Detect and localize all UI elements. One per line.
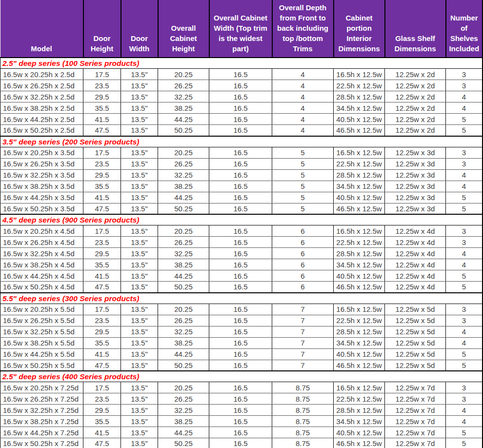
- overall-cabinet-height-cell: 20.25: [158, 69, 209, 80]
- overall-cabinet-width-cell: 16.5: [209, 348, 272, 360]
- table-row: 16.5w x 44.25h x 4.5d41.513.5"44.2516.56…: [0, 270, 483, 282]
- door-height-cell: 47.5: [83, 360, 121, 371]
- door-height-cell: 17.5: [83, 225, 121, 237]
- overall-cabinet-width-cell: 16.5: [209, 192, 272, 203]
- door-height-cell: 23.5: [83, 393, 121, 405]
- table-row: 16.5w x 38.25h x 5.5d35.513.5"38.2516.57…: [0, 337, 483, 348]
- table-row: 16.5w x 26.25h x 4.5d23.513.5"26.2516.56…: [0, 237, 483, 248]
- door-width-cell: 13.5": [121, 427, 158, 438]
- cabinet-interior-dimensions-cell: 22.5h x 12.5w: [334, 393, 385, 405]
- overall-cabinet-width-cell: 16.5: [209, 315, 272, 326]
- model-cell: 16.5w x 38.25h x 2.5d: [0, 102, 83, 114]
- door-width-cell: 13.5": [121, 259, 158, 270]
- overall-depth-cell: 5: [272, 147, 334, 158]
- glass-shelf-dimensions-cell: 12.25w x 4d: [385, 270, 446, 282]
- glass-shelf-dimensions-cell: 12.25w x 2d: [385, 114, 446, 125]
- glass-shelf-dimensions-cell: 12.25w x 2d: [385, 102, 446, 114]
- section-title: 5.5" deep series (300 Series products): [0, 293, 483, 304]
- glass-shelf-dimensions-cell: 12.25w x 3d: [385, 192, 446, 203]
- number-of-shelves-cell: 4: [446, 169, 483, 181]
- model-cell: 16.5w x 26.25h x 7.25d: [0, 393, 83, 405]
- number-of-shelves-cell: 4: [446, 416, 483, 427]
- glass-shelf-dimensions-cell: 12.25w x 5d: [385, 337, 446, 348]
- glass-shelf-dimensions-cell: 12.25w x 7d: [385, 427, 446, 438]
- cabinet-interior-dimensions-cell: 46.5h x 12.5w: [334, 282, 385, 293]
- glass-shelf-dimensions-cell: 12.25w x 4d: [385, 237, 446, 248]
- glass-shelf-dimensions-cell: 12.25w x 4d: [385, 225, 446, 237]
- number-of-shelves-cell: 5: [446, 438, 483, 448]
- glass-shelf-dimensions-cell: 12.25w x 2d: [385, 80, 446, 91]
- overall-depth-cell: 8.75: [272, 382, 334, 393]
- table-row: 16.5w x 32.25h x 7.25d29.513.5"32.2516.5…: [0, 405, 483, 416]
- overall-cabinet-height-cell: 38.25: [158, 102, 209, 114]
- overall-depth-cell: 8.75: [272, 393, 334, 405]
- model-cell: 16.5w x 44.25h x 3.5d: [0, 192, 83, 203]
- overall-depth-cell: 6: [272, 248, 334, 259]
- section-title: 3.5" deep series (200 Series products): [0, 136, 483, 147]
- column-header-model: Model: [0, 0, 83, 58]
- cabinet-interior-dimensions-cell: 34.5h x 12.5w: [334, 102, 385, 114]
- overall-cabinet-height-cell: 50.25: [158, 360, 209, 371]
- glass-shelf-dimensions-cell: 12.25w x 5d: [385, 360, 446, 371]
- table-row: 16.5w x 32.25h x 2.5d29.513.5"32.2516.54…: [0, 91, 483, 102]
- overall-cabinet-width-cell: 16.5: [209, 69, 272, 80]
- door-width-cell: 13.5": [121, 192, 158, 203]
- cabinet-interior-dimensions-cell: 40.5h x 12.5w: [334, 192, 385, 203]
- number-of-shelves-cell: 5: [446, 114, 483, 125]
- cabinet-interior-dimensions-cell: 28.5h x 12.5w: [334, 326, 385, 337]
- glass-shelf-dimensions-cell: 12.25w x 2d: [385, 125, 446, 136]
- table-row: 16.5w x 20.25h x 2.5d17.513.5"20.2516.54…: [0, 69, 483, 80]
- section-title: 4.5" deep series (900 Series products): [0, 214, 483, 225]
- table-row: 16.5w x 26.25h x 3.5d23.513.5"26.2516.55…: [0, 158, 483, 169]
- overall-cabinet-height-cell: 44.25: [158, 192, 209, 203]
- overall-depth-cell: 7: [272, 348, 334, 360]
- overall-depth-cell: 6: [272, 225, 334, 237]
- model-cell: 16.5w x 38.25h x 7.25d: [0, 416, 83, 427]
- model-cell: 16.5w x 20.25h x 3.5d: [0, 147, 83, 158]
- door-width-cell: 13.5": [121, 405, 158, 416]
- overall-depth-cell: 6: [272, 237, 334, 248]
- section-row: 2.5" deep series (100 Series products): [0, 58, 483, 69]
- cabinet-interior-dimensions-cell: 40.5h x 12.5w: [334, 114, 385, 125]
- glass-shelf-dimensions-cell: 12.25w x 7d: [385, 416, 446, 427]
- overall-cabinet-height-cell: 20.25: [158, 382, 209, 393]
- overall-cabinet-height-cell: 26.25: [158, 80, 209, 91]
- glass-shelf-dimensions-cell: 12.25w x 3d: [385, 169, 446, 181]
- overall-cabinet-width-cell: 16.5: [209, 158, 272, 169]
- overall-cabinet-height-cell: 26.25: [158, 315, 209, 326]
- number-of-shelves-cell: 3: [446, 158, 483, 169]
- cabinet-interior-dimensions-cell: 16.5h x 12.5w: [334, 304, 385, 315]
- overall-depth-cell: 7: [272, 360, 334, 371]
- table-row: 16.5w x 38.25h x 7.25d35.513.5"38.2516.5…: [0, 416, 483, 427]
- table-row: 16.5w x 26.25h x 7.25d23.513.5"26.2516.5…: [0, 393, 483, 405]
- table-header: ModelDoor HeightDoor WidthOverall Cabine…: [0, 0, 483, 58]
- door-height-cell: 29.5: [83, 248, 121, 259]
- overall-cabinet-height-cell: 50.25: [158, 438, 209, 448]
- glass-shelf-dimensions-cell: 12.25w x 2d: [385, 69, 446, 80]
- door-height-cell: 23.5: [83, 315, 121, 326]
- table-row: 16.5w x 20.25h x 4.5d17.513.5"20.2516.56…: [0, 225, 483, 237]
- door-width-cell: 13.5": [121, 237, 158, 248]
- overall-cabinet-width-cell: 16.5: [209, 304, 272, 315]
- overall-cabinet-width-cell: 16.5: [209, 248, 272, 259]
- number-of-shelves-cell: 5: [446, 125, 483, 136]
- door-height-cell: 41.5: [83, 427, 121, 438]
- overall-cabinet-height-cell: 20.25: [158, 147, 209, 158]
- door-width-cell: 13.5": [121, 348, 158, 360]
- model-cell: 16.5w x 50.25h x 4.5d: [0, 282, 83, 293]
- model-cell: 16.5w x 44.25h x 7.25d: [0, 427, 83, 438]
- glass-shelf-dimensions-cell: 12.25w x 7d: [385, 382, 446, 393]
- cabinet-interior-dimensions-cell: 28.5h x 12.5w: [334, 248, 385, 259]
- number-of-shelves-cell: 3: [446, 393, 483, 405]
- door-height-cell: 41.5: [83, 348, 121, 360]
- door-width-cell: 13.5": [121, 248, 158, 259]
- cabinet-interior-dimensions-cell: 22.5h x 12.5w: [334, 315, 385, 326]
- table-row: 16.5w x 38.25h x 2.5d35.513.5"38.2516.54…: [0, 102, 483, 114]
- table-header-row: ModelDoor HeightDoor WidthOverall Cabine…: [0, 0, 483, 58]
- table-row: 16.5w x 38.25h x 3.5d35.513.5"38.2516.55…: [0, 181, 483, 192]
- overall-depth-cell: 5: [272, 181, 334, 192]
- model-cell: 16.5w x 32.25h x 3.5d: [0, 169, 83, 181]
- overall-cabinet-height-cell: 32.25: [158, 405, 209, 416]
- glass-shelf-dimensions-cell: 12.25w x 5d: [385, 348, 446, 360]
- cabinet-interior-dimensions-cell: 22.5h x 12.5w: [334, 80, 385, 91]
